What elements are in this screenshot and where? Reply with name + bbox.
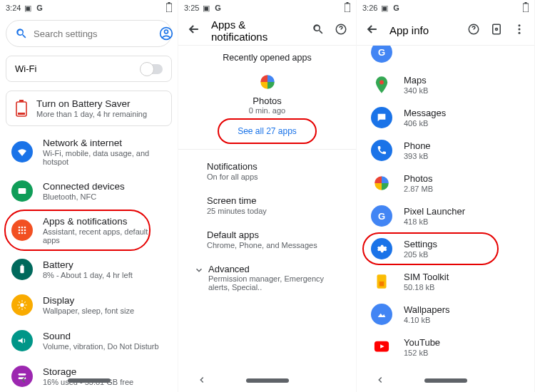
settings-item-apps[interactable]: Apps & notificationsAssistant, recent ap… — [0, 209, 178, 252]
app-row-youtube[interactable]: YouTube152 kB — [357, 331, 534, 363]
svg-point-10 — [24, 227, 26, 229]
sim-icon — [371, 271, 392, 292]
search-icon — [15, 26, 28, 41]
search-icon[interactable] — [312, 23, 325, 38]
svg-point-29 — [496, 29, 498, 31]
header-bar: Apps & notifications — [178, 16, 356, 46]
battery-card-title: Turn on Battery Saver — [36, 98, 147, 109]
row-default-apps[interactable]: Default apps Chrome, Phone, and Messages — [178, 222, 356, 257]
svg-rect-22 — [345, 4, 350, 12]
app-row-wallpapers[interactable]: Wallpapers4.10 kB — [357, 298, 534, 331]
settings-item-sound[interactable]: SoundVolume, vibration, Do Not Disturb — [0, 323, 178, 359]
photos-icon — [258, 73, 277, 93]
svg-rect-1 — [168, 2, 170, 4]
svg-point-33 — [379, 81, 384, 85]
page-title: Apps & notifications — [211, 19, 302, 43]
account-icon[interactable] — [159, 26, 173, 41]
apps-icon — [11, 220, 33, 241]
maps-icon — [371, 74, 392, 96]
status-bar: 3:25 ▣ G — [178, 0, 356, 16]
settings-item-network[interactable]: Network & internetWi-Fi, mobile, data us… — [0, 130, 178, 173]
app-row-messages[interactable]: Messages406 kB — [357, 101, 534, 134]
app-row-phone[interactable]: Phone393 kB — [357, 134, 534, 167]
svg-point-12 — [21, 229, 24, 232]
status-time: 3:24 — [6, 4, 21, 12]
svg-point-13 — [24, 229, 26, 232]
svg-point-15 — [21, 232, 24, 234]
settings-pane: 3:24 ▣ G Wi-Fi Turn on Battery Saver Mor… — [0, 0, 178, 392]
header-bar: App info — [357, 16, 534, 46]
wifi-icon — [11, 141, 33, 163]
battery-saver-card[interactable]: Turn on Battery Saver More than 1 day, 4… — [6, 91, 172, 126]
svg-point-30 — [519, 24, 521, 26]
svg-rect-28 — [493, 24, 501, 34]
search-bar[interactable] — [6, 20, 172, 47]
g-icon: G — [371, 46, 392, 63]
status-time: 3:26 — [362, 4, 377, 12]
overflow-icon[interactable] — [513, 23, 526, 38]
svg-rect-26 — [525, 2, 527, 4]
app-row-sim[interactable]: SIM Toolkit50.18 kB — [357, 265, 534, 298]
divider — [178, 149, 356, 150]
recent-section-label: Recently opened apps — [178, 46, 356, 68]
app-row-maps[interactable]: Maps340 kB — [357, 68, 534, 101]
help-icon[interactable] — [467, 23, 480, 38]
status-icon: ▣ — [380, 4, 389, 12]
status-bar: 3:26 ▣ G — [357, 0, 534, 16]
wifi-label: Wi-Fi — [15, 63, 36, 74]
svg-point-31 — [519, 29, 521, 31]
search-input[interactable] — [34, 29, 153, 39]
status-g-icon: G — [213, 4, 222, 12]
app-row-settings[interactable]: Settings205 kB — [357, 232, 534, 265]
doc-icon[interactable] — [490, 23, 503, 38]
see-all-apps[interactable]: See all 27 apps — [178, 118, 356, 145]
nav-back-icon[interactable] — [19, 375, 29, 387]
app-row-partial[interactable]: G — [357, 46, 534, 68]
nav-pill[interactable] — [246, 378, 289, 383]
status-battery-icon — [345, 2, 350, 14]
phone-icon — [371, 140, 392, 161]
settings-item-connected[interactable]: Connected devicesBluetooth, NFC — [0, 173, 178, 209]
nav-back-icon[interactable] — [197, 375, 207, 387]
svg-point-3 — [165, 30, 168, 33]
app-row-photos[interactable]: Photos2.87 MB — [357, 167, 534, 200]
launcher-icon: G — [371, 205, 392, 227]
nav-pill[interactable] — [68, 378, 111, 383]
svg-point-9 — [21, 227, 24, 229]
row-screen-time[interactable]: Screen time 25 minutes today — [178, 188, 356, 222]
settings-item-battery[interactable]: Battery8% - About 1 day, 4 hr left — [0, 252, 178, 287]
row-advanced[interactable]: Advanced Permission manager, Emergency a… — [178, 257, 356, 299]
wifi-toggle[interactable] — [141, 64, 163, 74]
chevron-down-icon — [194, 265, 204, 277]
svg-rect-5 — [19, 100, 24, 102]
back-icon[interactable] — [187, 22, 201, 38]
wallpaper-icon — [371, 304, 392, 325]
nav-pill[interactable] — [424, 378, 467, 383]
recent-app-name: Photos — [178, 96, 356, 106]
messages-icon — [371, 107, 392, 128]
svg-rect-23 — [347, 2, 349, 4]
svg-rect-6 — [18, 113, 25, 115]
battery-icon — [11, 259, 33, 280]
status-icon: ▣ — [24, 4, 32, 12]
sound-icon — [11, 330, 33, 351]
row-notifications[interactable]: Notifications On for all apps — [178, 154, 356, 188]
battery-low-icon — [15, 100, 28, 117]
settings-item-display[interactable]: DisplayWallpaper, sleep, font size — [0, 287, 178, 323]
svg-point-32 — [519, 32, 521, 34]
app-row-pixel-launcher[interactable]: G Pixel Launcher418 kB — [357, 200, 534, 232]
svg-rect-25 — [523, 4, 529, 12]
help-icon[interactable] — [335, 23, 347, 38]
nav-back-icon[interactable] — [375, 375, 385, 387]
svg-rect-18 — [21, 264, 24, 265]
battery-card-sub: More than 1 day, 4 hr remaining — [36, 110, 147, 118]
status-battery-icon — [166, 2, 172, 14]
recent-app[interactable]: Photos 0 min. ago — [178, 68, 356, 118]
gear-icon — [371, 238, 392, 259]
svg-rect-17 — [20, 266, 24, 274]
back-icon[interactable] — [365, 22, 379, 38]
wifi-card[interactable]: Wi-Fi — [6, 56, 172, 82]
svg-point-8 — [19, 227, 21, 229]
display-icon — [11, 294, 33, 316]
appinfo-pane: 3:26 ▣ G App info G Maps340 kB Messages4… — [357, 0, 535, 392]
